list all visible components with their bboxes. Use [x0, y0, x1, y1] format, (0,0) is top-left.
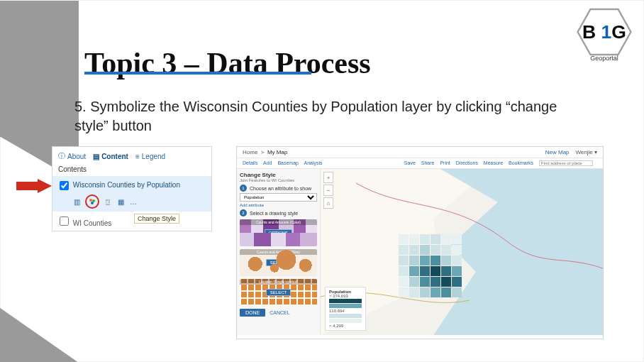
map-legend: Population > 274,693 110,694 < 4,299 [325, 287, 366, 331]
style-card-color[interactable]: Counts and Amounts (Color) OPTIONS ✓ [240, 219, 317, 246]
logo: B 1G Geoportal [577, 8, 632, 62]
tab-content[interactable]: ▤ Content [93, 153, 128, 160]
b1g-logo-icon: B 1G [577, 8, 632, 56]
info-icon: ⓘ [58, 151, 65, 161]
chevron-down-icon: ▾ [594, 149, 597, 155]
legend-mid: 110,694 [329, 309, 362, 313]
panel-tabs: ⓘ About ▤ Content ≡ Legend [52, 147, 211, 165]
tool-print[interactable]: Print [440, 160, 450, 165]
title-underline [84, 72, 311, 75]
show-legend-icon[interactable]: ▥ [72, 197, 81, 206]
step-number-2: 2 [240, 209, 247, 216]
cs-step1: 1 Choose an attribute to show [240, 185, 317, 192]
red-arrow-icon [16, 179, 52, 193]
svg-marker-2 [16, 179, 52, 193]
slide: B 1G Geoportal Topic 3 – Data Process 5.… [0, 0, 644, 362]
tab-about-label: About [67, 153, 86, 160]
tool-basemap[interactable]: Basemap [277, 160, 299, 165]
svg-point-3 [89, 199, 92, 202]
zoom-out-button[interactable]: − [323, 185, 333, 196]
swatch-low2 [329, 319, 362, 323]
map-canvas[interactable]: + − ⌂ Population > 274,693 110,694 < 4,2… [321, 169, 603, 335]
zoom-in-button[interactable]: + [323, 172, 333, 183]
cs-step2-label: Select a drawing style [250, 211, 298, 216]
swatch-low1 [329, 314, 362, 318]
table-icon[interactable]: ▦ [116, 197, 125, 206]
swatch-high [329, 299, 362, 303]
style-card-size[interactable]: Counts and Amounts (Size) SELECT [240, 249, 317, 276]
layer1-checkbox[interactable] [60, 181, 69, 190]
card3-caption: Location (Single symbol) [240, 279, 317, 285]
change-style-icon[interactable] [85, 194, 99, 209]
attribute-select[interactable]: Population [240, 193, 317, 202]
svg-text:B
          1G: B 1G [582, 21, 626, 43]
select-button-1[interactable]: SELECT [266, 259, 291, 266]
filter-icon[interactable]: ⍰ [104, 197, 112, 206]
tool-add[interactable]: Add [263, 160, 272, 165]
instruction-step: 5. Symbolize the Wisconsin Counties by P… [74, 97, 571, 136]
swatch-mid [329, 304, 362, 308]
svg-point-5 [91, 202, 94, 204]
card2-caption: Counts and Amounts (Size) [240, 249, 317, 255]
style-card-location[interactable]: Location (Single symbol) SELECT [240, 279, 317, 306]
cs-step1-label: Choose an attribute to show [250, 186, 311, 191]
tool-analysis[interactable]: Analysis [304, 160, 323, 165]
breadcrumb-home[interactable]: Home [243, 149, 257, 155]
map-header: Home > My Map New Map Wenjie ▾ [237, 147, 603, 158]
layer-item-selected[interactable]: Wisconsin Counties by Population ▥ ⍰ ▦ …… [52, 176, 211, 212]
legend-low: < 4,299 [329, 324, 362, 328]
cs-footer: DONE CANCEL [240, 309, 317, 317]
step-number-1: 1 [240, 185, 247, 192]
cs-step2: 2 Select a drawing style [240, 209, 317, 216]
layer1-title: Wisconsin Counties by Population [73, 181, 180, 189]
select-button-2[interactable]: SELECT [266, 289, 291, 296]
layers-icon: ▤ [93, 153, 99, 160]
layer-toolbar: ▥ ⍰ ▦ … [57, 192, 207, 209]
check-icon: ✓ [307, 236, 314, 243]
layer2-title: WI Counties [73, 219, 111, 227]
breadcrumb-mymap: My Map [267, 149, 287, 155]
tool-bookmarks[interactable]: Bookmarks [509, 160, 533, 165]
cs-subtitle: Join Features to WI Counties [240, 178, 317, 182]
layer2-checkbox[interactable] [60, 216, 69, 226]
tab-legend[interactable]: ≡ Legend [135, 153, 165, 160]
layer-item-2[interactable]: WI Counties [52, 212, 211, 231]
tab-legend-label: Legend [142, 153, 165, 160]
page-title: Topic 3 – Data Process [84, 46, 371, 80]
search-input[interactable] [539, 160, 593, 166]
tool-directions[interactable]: Directions [456, 160, 478, 165]
tool-measure[interactable]: Measure [484, 160, 503, 165]
change-style-tooltip: Change Style [134, 214, 179, 224]
change-style-panel: Change Style Join Features to WI Countie… [237, 169, 321, 335]
map-toolbar: Details Add Basemap Analysis Save Share … [237, 158, 603, 169]
cancel-button[interactable]: CANCEL [270, 310, 289, 315]
legend-high: > 274,693 [329, 294, 362, 298]
card1-caption: Counts and Amounts (Color) [240, 219, 317, 225]
tool-share[interactable]: Share [421, 160, 435, 165]
zoom-controls: + − ⌂ [323, 172, 333, 210]
tool-save[interactable]: Save [404, 160, 416, 165]
tool-details[interactable]: Details [243, 160, 257, 165]
cs-title: Change Style [240, 172, 317, 178]
options-button[interactable]: OPTIONS [265, 229, 292, 236]
zoom-home-button[interactable]: ⌂ [323, 197, 333, 209]
new-map-link[interactable]: New Map [545, 149, 570, 155]
map-body: Change Style Join Features to WI Countie… [237, 169, 603, 335]
legend-icon: ≡ [135, 153, 140, 160]
more-options-icon[interactable]: … [129, 197, 138, 206]
map-application: Home > My Map New Map Wenjie ▾ Details A… [236, 146, 604, 339]
add-attribute-link[interactable]: Add attribute [240, 203, 317, 207]
contents-heading: Contents [52, 165, 211, 176]
tab-about[interactable]: ⓘ About [58, 151, 86, 161]
user-name[interactable]: Wenjie [575, 149, 592, 155]
contents-panel: ⓘ About ▤ Content ≡ Legend Contents Wisc… [52, 146, 212, 231]
done-button[interactable]: DONE [240, 309, 265, 317]
choropleth-counties [399, 234, 462, 297]
tab-content-label: Content [101, 153, 128, 160]
